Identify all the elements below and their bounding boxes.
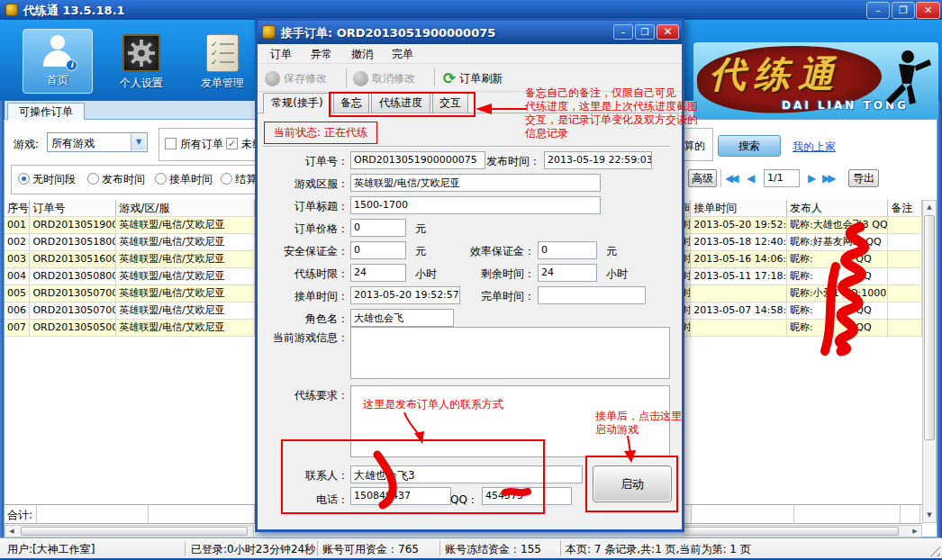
game-filter-select[interactable]: 所有游戏 ▼ <box>47 132 148 152</box>
efficiency-deposit-field[interactable]: 0 <box>538 241 597 259</box>
dialog-icon <box>262 25 276 39</box>
tab-interaction[interactable]: 交互 <box>432 93 468 113</box>
search-button[interactable]: 搜索 <box>718 135 781 157</box>
tab-memo[interactable]: 备忘 <box>333 93 369 113</box>
game-info-textarea[interactable] <box>350 327 670 379</box>
app-icon <box>5 4 18 16</box>
maximize-button[interactable]: ❐ <box>892 2 915 19</box>
accepted-table-header: 间 接单时间 发布人 备注 <box>681 200 922 218</box>
advanced-button[interactable]: 高级 <box>688 169 717 187</box>
game-server-field[interactable]: 英雄联盟/电信/艾欧尼亚 <box>350 174 601 192</box>
menu-complete[interactable]: 完单 <box>392 47 413 62</box>
col-accept-time[interactable]: 接单时间 <box>691 200 787 216</box>
order-row-right[interactable]: 时 昵称: QQ <box>681 320 922 337</box>
finish-time-label: 完单时间： <box>472 289 535 304</box>
all-orders-checkbox[interactable] <box>165 138 177 149</box>
refresh-order-button[interactable]: ⟳ 订单刷新 <box>443 68 503 89</box>
dialog-minimize-button[interactable]: – <box>613 24 633 40</box>
scrollbar-thumb[interactable] <box>21 527 248 536</box>
dialog-close-button[interactable]: ✕ <box>657 24 679 40</box>
order-row-right[interactable]: 时 昵称:小爱1 QQ:1000 <box>681 285 922 303</box>
order-row-right[interactable]: 时 2013-05-16 14:06:44 昵称: QQ <box>681 251 922 268</box>
order-row[interactable]: 005 ORD2013050700000028 英雄联盟/电信/艾欧尼亚 <box>5 285 255 303</box>
order-row[interactable]: 006 ORD2013050700000007 英雄联盟/电信/艾欧尼亚 <box>5 303 255 320</box>
order-row[interactable]: 007 ORD2013050500000018 英雄联盟/电信/艾欧尼亚 <box>5 320 255 337</box>
radio-no-time[interactable] <box>18 173 30 185</box>
qq-field[interactable]: 454573 <box>482 487 572 505</box>
col-remark[interactable]: 备注 <box>888 200 922 216</box>
dialog-maximize-button[interactable]: ❐ <box>635 24 655 40</box>
order-title-field[interactable]: 1500-1700 <box>350 196 601 214</box>
order-no-field[interactable]: ORD2013051900000075 <box>350 151 485 169</box>
scroll-up-icon[interactable]: ▲ <box>923 201 936 214</box>
order-row-right[interactable]: 时 2013-05-18 12:40:39 昵称:好基友网络 QQ <box>681 234 922 251</box>
pager-input[interactable]: 1/1 <box>764 169 800 187</box>
chevron-down-icon[interactable]: ▼ <box>131 134 146 150</box>
nav-home-button[interactable]: i 首页 <box>23 29 93 94</box>
scroll-right-icon[interactable]: ▶ <box>909 526 921 537</box>
divider <box>720 169 721 187</box>
radio-publish-time[interactable] <box>87 173 99 185</box>
horizontal-scrollbar-right[interactable]: ▶ <box>681 525 922 537</box>
scrollbar-thumb[interactable] <box>683 527 899 536</box>
col-game-server[interactable]: 游戏/区/服 <box>116 200 255 216</box>
radio-accept-time[interactable] <box>155 173 167 185</box>
scroll-left-icon[interactable]: ◀ <box>5 526 18 537</box>
toolbar-separator <box>346 68 347 87</box>
my-upline-link[interactable]: 我的上家 <box>793 140 836 155</box>
horizontal-scrollbar-left[interactable]: ◀ <box>5 525 254 537</box>
pager-last-icon[interactable]: ▶▶ <box>822 172 833 185</box>
order-row[interactable]: 004 ORD2013050800000008 英雄联盟/电信/艾欧尼亚 <box>5 268 255 285</box>
col-order-no[interactable]: 订单号 <box>30 200 116 216</box>
scroll-down-icon[interactable]: ▼ <box>923 509 936 522</box>
pager-prev-icon[interactable]: ◀ <box>747 172 752 185</box>
contact-field[interactable]: 大雄也会飞3 <box>350 465 583 483</box>
accept-time-field[interactable]: 2013-05-20 19:52:57 <box>350 286 460 304</box>
tab-general[interactable]: 常规(接手) <box>263 93 331 113</box>
time-limit-field[interactable]: 24 <box>350 264 406 282</box>
launch-game-button[interactable]: 启动 <box>593 465 672 502</box>
menu-revoke[interactable]: 撤消 <box>351 47 373 62</box>
remain-time-field[interactable]: 24 <box>538 264 597 282</box>
status-record-count: 本页: 7 条记录,共:1 页,当前为第: 1 页 <box>566 542 751 557</box>
order-no-label: 订单号： <box>262 154 349 169</box>
time-limit-label: 代练时限： <box>262 266 349 282</box>
publish-time-field[interactable]: 2013-05-19 22:59:03 <box>544 151 652 169</box>
col-publisher[interactable]: 发布人 <box>787 200 888 216</box>
app-window: 代练通 13.5.18.1 – ❐ ✕ i 首页 <box>0 0 942 560</box>
nav-settings-button[interactable]: 个人设置 <box>110 34 173 94</box>
order-row[interactable]: 001 ORD2013051900000075 英雄联盟/电信/艾欧尼亚 <box>5 217 255 234</box>
unsettled-checkbox[interactable] <box>226 138 238 149</box>
tab-operable-orders[interactable]: 可操作订单 <box>7 103 85 120</box>
order-row-right[interactable]: 时 2013-05-07 14:58:17 昵称: QQ <box>681 303 922 320</box>
order-row[interactable]: 002 ORD2013051800000001 英雄联盟/电信/艾欧尼亚 <box>5 234 255 251</box>
export-button[interactable]: 导出 <box>848 169 879 187</box>
order-row-right[interactable]: 时 2013-05-20 19:52:57 昵称:大雄也会飞3 QQ <box>681 217 922 234</box>
finish-time-field[interactable] <box>538 286 646 304</box>
limit-unit: 小时 <box>415 266 437 282</box>
menu-exception[interactable]: 异常 <box>311 47 332 62</box>
total-label: 合计: <box>5 505 37 523</box>
close-button[interactable]: ✕ <box>916 2 940 19</box>
radio-settle-time[interactable] <box>221 173 232 185</box>
order-row[interactable]: 003 ORD2013051600000008 英雄联盟/电信/艾欧尼亚 <box>5 251 255 268</box>
minimize-button[interactable]: – <box>866 2 890 19</box>
save-changes-button[interactable]: 保存修改 <box>265 68 327 89</box>
role-name-field[interactable]: 大雄也会飞 <box>350 309 454 327</box>
scrollbar-thumb[interactable] <box>924 215 935 440</box>
efficiency-deposit-label: 效率保证金： <box>465 244 535 259</box>
col-seq[interactable]: 序号 <box>5 200 30 216</box>
vertical-scrollbar[interactable]: ▲ ▼ <box>922 200 937 523</box>
cancel-icon <box>353 71 368 86</box>
nav-orders-button[interactable]: ✓ ✓ ✓ 发单管理 <box>191 34 254 94</box>
pager-first-icon[interactable]: ◀◀ <box>725 172 736 185</box>
menu-order[interactable]: 订单 <box>270 47 292 62</box>
dialog-title: 接手订单: ORD2013051900000075 <box>281 25 495 41</box>
cancel-changes-button[interactable]: 取消修改 <box>353 68 415 89</box>
tab-progress[interactable]: 代练进度 <box>371 93 430 113</box>
pager-next-icon[interactable]: ▶ <box>808 172 813 185</box>
price-field[interactable]: 0 <box>350 219 406 237</box>
safety-deposit-field[interactable]: 0 <box>350 241 406 259</box>
radio-accept-time-label: 接单时间 <box>169 172 213 187</box>
order-row-right[interactable]: 时 2013-05-11 17:18:10 昵称: QQ <box>681 268 922 285</box>
